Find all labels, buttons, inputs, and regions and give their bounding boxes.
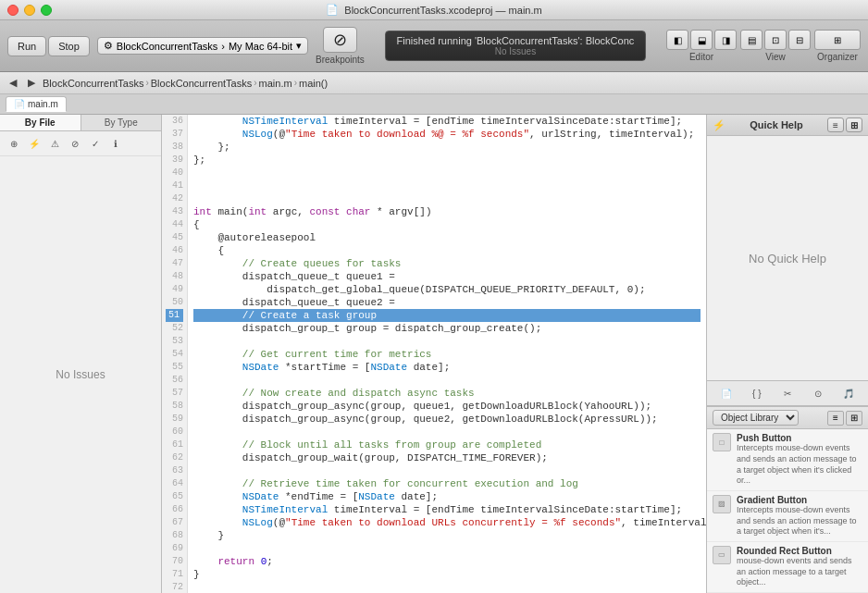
- obj-lib-header: Object Library ≡ ⊞: [707, 406, 868, 429]
- breakpoints-button[interactable]: ⊘: [323, 27, 357, 53]
- editor-area[interactable]: 3637383940 4142434445 4647484950 51 5253…: [162, 115, 706, 593]
- by-file-tab[interactable]: By File: [0, 115, 81, 130]
- quick-help-header: ⚡ Quick Help ≡ ⊞: [707, 115, 868, 136]
- assistant-editor-btn[interactable]: ⊡: [764, 30, 787, 50]
- main-toolbar: Run Stop ⚙ BlockConcurrentTasks › My Mac…: [0, 20, 868, 72]
- snippet-icon[interactable]: ✂: [778, 385, 797, 402]
- qh-grid-btn[interactable]: ⊞: [846, 117, 862, 132]
- filter-icon-2[interactable]: ⚡: [26, 135, 43, 152]
- qh-list-btn[interactable]: ≡: [827, 117, 844, 132]
- status-area: Finished running 'BlockConcurrentTasks':…: [372, 31, 659, 61]
- sidebar-filter-icons: ⊕ ⚡ ⚠ ⊘ ✓ ℹ: [0, 131, 161, 156]
- main-area: By File By Type ⊕ ⚡ ⚠ ⊘ ✓ ℹ No Issues 36…: [0, 115, 868, 593]
- obj-lib-item-gradient-button[interactable]: ▨ Gradient Button Intercepts mouse-down …: [707, 491, 868, 542]
- rounded-rect-icon: ▭: [713, 546, 731, 564]
- breadcrumb-project[interactable]: BlockConcurrentTasks: [43, 78, 143, 89]
- status-box: Finished running 'BlockConcurrentTasks':…: [385, 31, 647, 61]
- run-stop-group: Run Stop: [7, 36, 90, 56]
- organizer-btn[interactable]: ⊞: [814, 30, 861, 50]
- file-tab-main[interactable]: 📄 main.m: [6, 96, 67, 112]
- breadcrumb-function[interactable]: main(): [299, 78, 328, 89]
- titlebar: 📄 BlockConcurrentTasks.xcodeproj — main.…: [0, 0, 868, 20]
- left-panel-toggle[interactable]: ◧: [666, 30, 688, 50]
- line-numbers: 3637383940 4142434445 4647484950 51 5253…: [162, 115, 188, 593]
- sidebar-content: No Issues: [0, 156, 161, 593]
- breadcrumb-group[interactable]: BlockConcurrentTasks: [151, 78, 252, 89]
- object-library: Object Library ≡ ⊞ □ Push Button Interce…: [707, 406, 868, 593]
- push-button-icon: □: [713, 433, 731, 451]
- obj-lib-selector[interactable]: Object Library: [713, 410, 799, 426]
- scheme-icon: ⚙: [104, 40, 113, 52]
- title-icon: 📄: [326, 4, 339, 16]
- forward-button[interactable]: ▶: [24, 75, 39, 91]
- filter-icon-3[interactable]: ⚠: [46, 135, 63, 152]
- window-controls: [7, 5, 52, 16]
- filter-icon-5[interactable]: ✓: [87, 135, 104, 152]
- right-panel-toggle[interactable]: ◨: [714, 30, 737, 50]
- by-type-tab[interactable]: By Type: [81, 115, 162, 130]
- minimize-button[interactable]: [24, 5, 35, 16]
- breadcrumb: BlockConcurrentTasks › BlockConcurrentTa…: [43, 78, 328, 89]
- filter-icon-6[interactable]: ℹ: [107, 135, 124, 152]
- breakpoints-group: ⊘ Breakpoints: [316, 27, 365, 65]
- obj-lib-item-rounded-rect[interactable]: ▭ Rounded Rect Button mouse-down events …: [707, 542, 868, 593]
- grid-view-btn[interactable]: ⊞: [846, 411, 862, 426]
- obj-lib-view-btns: ≡ ⊞: [827, 411, 862, 426]
- standard-editor-btn[interactable]: ▤: [740, 30, 763, 50]
- gradient-button-icon: ▨: [713, 495, 731, 513]
- right-panel-bottom: 📄 { } ✂ ⊙ 🎵 Object Library ≡ ⊞ □: [707, 380, 868, 593]
- filter-icon-1[interactable]: ⊕: [6, 135, 22, 152]
- filter-icon-4[interactable]: ⊘: [67, 135, 83, 152]
- maximize-button[interactable]: [41, 5, 52, 16]
- scheme-selector[interactable]: ⚙ BlockConcurrentTasks › My Mac 64-bit ▾: [97, 37, 308, 55]
- media-icon[interactable]: 🎵: [839, 385, 858, 402]
- obj-lib-item-push-button[interactable]: □ Push Button Intercepts mouse-down even…: [707, 429, 868, 491]
- secondary-toolbar: ◀ ▶ BlockConcurrentTasks › BlockConcurre…: [0, 72, 868, 94]
- left-sidebar: By File By Type ⊕ ⚡ ⚠ ⊘ ✓ ℹ No Issues: [0, 115, 162, 593]
- stop-button[interactable]: Stop: [48, 36, 90, 56]
- obj-icon[interactable]: ⊙: [809, 385, 827, 402]
- scheme-dropdown-icon: ▾: [296, 40, 302, 52]
- toolbar-right: ◧ ⬓ ◨ Editor ▤ ⊡ ⊟ View ⊞ Organizer: [666, 30, 861, 62]
- file-icon[interactable]: 📄: [717, 385, 736, 402]
- list-view-btn[interactable]: ≡: [827, 411, 844, 426]
- window-title: 📄 BlockConcurrentTasks.xcodeproj — main.…: [326, 4, 541, 16]
- right-panel-icons: 📄 { } ✂ ⊙ 🎵: [707, 381, 868, 406]
- close-button[interactable]: [7, 5, 19, 16]
- quick-help-icon: ⚡: [713, 119, 725, 131]
- run-button[interactable]: Run: [7, 36, 46, 56]
- code-content[interactable]: NSTimeInterval timeInterval = [endTime t…: [188, 115, 706, 593]
- file-tabs: 📄 main.m: [0, 94, 868, 115]
- version-editor-btn[interactable]: ⊟: [788, 30, 811, 50]
- code-editor[interactable]: 3637383940 4142434445 4647484950 51 5253…: [162, 115, 706, 593]
- breadcrumb-file[interactable]: main.m: [259, 78, 292, 89]
- bottom-panel-toggle[interactable]: ⬓: [690, 30, 713, 50]
- quick-help-content: No Quick Help: [707, 136, 868, 380]
- right-panel: ⚡ Quick Help ≡ ⊞ No Quick Help 📄 { } ✂ ⊙…: [706, 115, 868, 593]
- sidebar-tabs: By File By Type: [0, 115, 161, 131]
- class-icon[interactable]: { }: [748, 385, 766, 402]
- back-button[interactable]: ◀: [6, 75, 20, 91]
